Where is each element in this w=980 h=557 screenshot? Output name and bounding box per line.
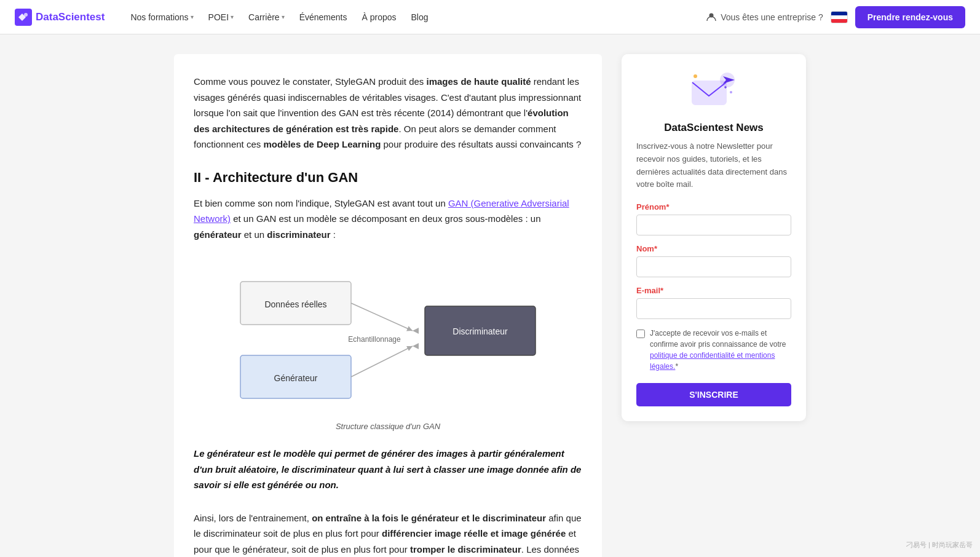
section-intro-para: Et bien comme son nom l'indique, StyleGA… <box>194 196 582 243</box>
key-quote: Le générateur est le modèle qui permet d… <box>194 446 582 493</box>
nom-label: Nom* <box>636 244 791 253</box>
content-area: Comme vous pouvez le constater, StyleGAN… <box>164 34 816 557</box>
newsletter-icon <box>689 69 738 112</box>
prenom-input[interactable] <box>636 215 791 235</box>
consent-row: J'accepte de recevoir vos e-mails et con… <box>636 328 791 372</box>
prenom-label: Prénom* <box>636 202 791 211</box>
gan-svg: Données réelles Générateur Discriminateu… <box>222 257 554 405</box>
navbar: DataScientest Nos formations ▾ POEI ▾ Ca… <box>0 0 980 34</box>
logo-text: DataScientest <box>36 11 105 23</box>
intro-paragraph: Comme vous pouvez le constater, StyleGAN… <box>194 74 582 152</box>
svg-text:Générateur: Générateur <box>274 373 318 383</box>
email-label: E-mail* <box>636 286 791 295</box>
nav-apropos[interactable]: À propos <box>355 9 402 26</box>
main-content: Comme vous pouvez le constater, StyleGAN… <box>174 54 602 557</box>
gan-diagram: Données réelles Générateur Discriminateu… <box>194 257 582 431</box>
nav-links: Nos formations ▾ POEI ▾ Carrière ▾ Événe… <box>124 9 701 26</box>
nav-right: Vous êtes une entreprise ? Prendre rende… <box>706 6 965 28</box>
svg-text:Discriminateur: Discriminateur <box>452 326 508 336</box>
privacy-link[interactable]: politique de confidentialité et mentions… <box>650 351 775 371</box>
svg-point-17 <box>694 74 697 78</box>
newsletter-description: Inscrivez-vous à notre Newsletter pour r… <box>636 140 791 191</box>
nav-blog[interactable]: Blog <box>405 9 435 26</box>
nav-evenements[interactable]: Événements <box>293 9 354 26</box>
svg-point-18 <box>730 91 732 93</box>
newsletter-icon-wrap <box>636 69 791 112</box>
nav-formations[interactable]: Nos formations ▾ <box>124 9 199 26</box>
consent-checkbox[interactable] <box>636 330 645 338</box>
diagram-caption: Structure classique d'un GAN <box>336 422 440 431</box>
chevron-icon: ▾ <box>282 14 285 20</box>
chevron-icon: ▾ <box>191 14 194 20</box>
diagram-svg: Données réelles Générateur Discriminateu… <box>222 257 554 417</box>
chevron-icon: ▾ <box>231 14 234 20</box>
svg-line-10 <box>351 346 413 377</box>
svg-text:Echantillonnage: Echantillonnage <box>348 335 401 344</box>
svg-point-1 <box>24 13 28 17</box>
nom-input[interactable] <box>636 256 791 277</box>
svg-rect-14 <box>692 81 726 105</box>
svg-line-9 <box>351 303 413 331</box>
subscribe-button[interactable]: S'INSCRIRE <box>636 383 791 406</box>
cta-button[interactable]: Prendre rendez-vous <box>855 6 965 28</box>
page-wrap: Comme vous pouvez le constater, StyleGAN… <box>0 34 980 557</box>
enterprise-icon <box>706 12 717 23</box>
email-input[interactable] <box>636 298 791 319</box>
enterprise-link[interactable]: Vous êtes une entreprise ? <box>706 12 823 23</box>
body-paragraph: Ainsi, lors de l'entrainement, on entraî… <box>194 510 582 558</box>
logo[interactable]: DataScientest <box>15 9 105 26</box>
svg-text:Données réelles: Données réelles <box>264 299 326 309</box>
newsletter-card: DataScientest News Inscrivez-vous à notr… <box>622 54 806 421</box>
sidebar: DataScientest News Inscrivez-vous à notr… <box>622 54 806 557</box>
consent-label: J'accepte de recevoir vos e-mails et con… <box>650 328 791 372</box>
gan-link[interactable]: GAN (Generative Adversiarial Network) <box>194 198 569 224</box>
logo-icon <box>15 9 32 26</box>
french-flag[interactable] <box>831 11 848 23</box>
svg-marker-13 <box>413 343 419 349</box>
nav-poei[interactable]: POEI ▾ <box>202 9 240 26</box>
svg-marker-12 <box>413 328 419 334</box>
nav-carriere[interactable]: Carrière ▾ <box>242 9 291 26</box>
newsletter-title: DataScientest News <box>636 122 791 134</box>
section-heading: II - Architecture d'un GAN <box>194 170 582 186</box>
